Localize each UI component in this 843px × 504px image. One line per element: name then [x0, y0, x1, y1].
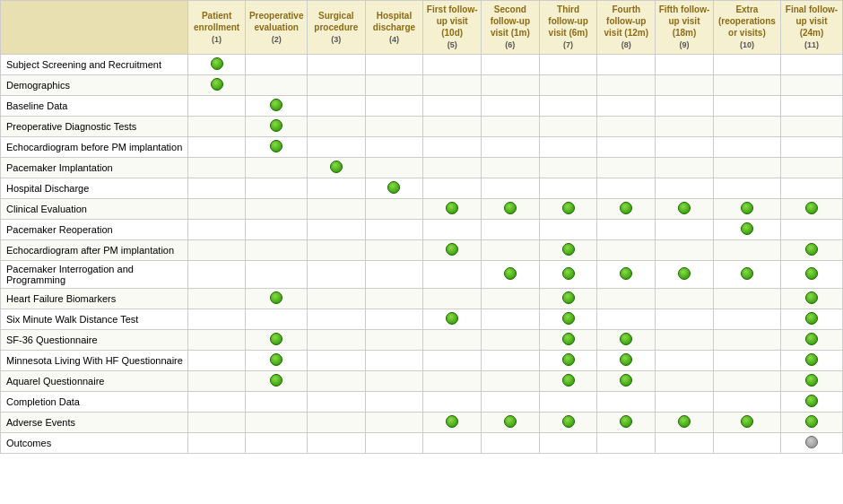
dot-cell-col7 — [539, 239, 597, 260]
dot-cell-col5 — [423, 54, 482, 74]
col-name-col3: Surgical procedure — [314, 11, 358, 32]
instrument-name-cell: Heart Failure Biomarkers — [1, 288, 188, 308]
dot-cell-col8 — [597, 198, 656, 219]
dot-cell-col6 — [482, 178, 540, 198]
dot-cell-col4 — [365, 260, 423, 288]
column-header-col9: Fifth follow-up visit (18m)(9) — [656, 1, 714, 55]
table-row: Pacemaker Interrogation and Programming — [1, 260, 843, 288]
dot-cell-col10 — [713, 219, 780, 239]
dot-cell-col5 — [423, 370, 482, 391]
green-dot — [620, 374, 632, 387]
dot-cell-col2 — [246, 288, 307, 308]
green-dot — [504, 267, 517, 280]
dot-cell-col10 — [713, 370, 780, 391]
green-dot — [620, 267, 632, 280]
dot-cell-col8 — [597, 178, 656, 198]
column-header-col4: Hospital discharge(4) — [365, 1, 423, 55]
col-name-col7: Third follow-up visit (6m) — [548, 4, 587, 38]
instrument-name-cell: Completion Data — [1, 391, 188, 412]
dot-cell-col9 — [656, 288, 714, 308]
dot-cell-col4 — [365, 95, 423, 116]
green-dot — [805, 353, 818, 366]
dot-cell-col6 — [482, 308, 540, 329]
dot-cell-col3 — [307, 74, 365, 95]
green-dot — [446, 202, 458, 214]
dot-cell-col8 — [597, 350, 656, 370]
table-row: Heart Failure Biomarkers — [1, 288, 843, 308]
dot-cell-col6 — [482, 157, 540, 178]
dot-cell-col5 — [423, 116, 482, 136]
dot-cell-col3 — [307, 178, 365, 198]
column-header-col1: Patient enrollment(1) — [187, 1, 246, 55]
dot-cell-col3 — [307, 136, 365, 157]
dot-cell-col7 — [539, 432, 597, 453]
column-header-col2: Preoperative evaluation(2) — [246, 1, 307, 55]
dot-cell-col4 — [365, 198, 423, 219]
green-dot — [562, 202, 575, 214]
dot-cell-col4 — [365, 288, 423, 308]
green-dot — [562, 243, 575, 256]
dot-cell-col9 — [656, 308, 714, 329]
dot-cell-col10 — [713, 116, 780, 136]
dot-cell-col11 — [780, 95, 842, 116]
dot-cell-col5 — [423, 95, 482, 116]
dot-cell-col5 — [423, 239, 482, 260]
dot-cell-col11 — [780, 116, 842, 136]
dot-cell-col11 — [780, 178, 842, 198]
dot-cell-col7 — [539, 350, 597, 370]
col-name-col1: Patient enrollment — [194, 11, 239, 32]
table-row: Baseline Data — [1, 95, 843, 116]
dot-cell-col11 — [780, 288, 842, 308]
instrument-name-cell: Outcomes — [1, 432, 188, 453]
dot-cell-col5 — [423, 136, 482, 157]
dot-cell-col3 — [307, 370, 365, 391]
dot-cell-col1 — [187, 370, 246, 391]
dot-cell-col6 — [482, 116, 540, 136]
table-row: Preoperative Diagnostic Tests — [1, 116, 843, 136]
dot-cell-col5 — [423, 412, 482, 432]
dot-cell-col7 — [539, 116, 597, 136]
dot-cell-col10 — [713, 350, 780, 370]
dot-cell-col2 — [246, 54, 307, 74]
dot-cell-col3 — [307, 432, 365, 453]
dot-cell-col4 — [365, 178, 423, 198]
column-header-col10: Extra (reoperations or visits)(10) — [713, 1, 780, 55]
dot-cell-col8 — [597, 260, 656, 288]
green-dot — [387, 181, 400, 194]
green-dot — [562, 267, 575, 280]
dot-cell-col1 — [187, 136, 246, 157]
dot-cell-col1 — [187, 288, 246, 308]
column-header-col5: First follow-up visit (10d)(5) — [423, 1, 482, 55]
dot-cell-col2 — [246, 157, 307, 178]
col-num-col11: (11) — [804, 40, 819, 49]
dot-cell-col8 — [597, 157, 656, 178]
green-dot — [270, 140, 282, 152]
dot-cell-col1 — [187, 198, 246, 219]
dot-cell-col9 — [656, 116, 714, 136]
dot-cell-col5 — [423, 308, 482, 329]
dot-cell-col1 — [187, 178, 246, 198]
dot-cell-col2 — [246, 350, 307, 370]
dot-cell-col7 — [539, 219, 597, 239]
dot-cell-col5 — [423, 288, 482, 308]
dot-cell-col4 — [365, 412, 423, 432]
green-dot — [620, 353, 632, 366]
green-dot — [741, 222, 753, 235]
dot-cell-col5 — [423, 391, 482, 412]
dot-cell-col2 — [246, 432, 307, 453]
dot-cell-col4 — [365, 370, 423, 391]
dot-cell-col7 — [539, 136, 597, 157]
dot-cell-col4 — [365, 308, 423, 329]
dot-cell-col7 — [539, 308, 597, 329]
dot-cell-col1 — [187, 412, 246, 432]
dot-cell-col9 — [656, 74, 714, 95]
col-num-col10: (10) — [740, 40, 754, 49]
dot-cell-col1 — [187, 116, 246, 136]
green-dot — [211, 78, 223, 91]
table-row: Pacemaker Implantation — [1, 157, 843, 178]
dot-cell-col7 — [539, 54, 597, 74]
dot-cell-col10 — [713, 288, 780, 308]
green-dot — [678, 267, 691, 280]
dot-cell-col1 — [187, 74, 246, 95]
dot-cell-col10 — [713, 329, 780, 350]
